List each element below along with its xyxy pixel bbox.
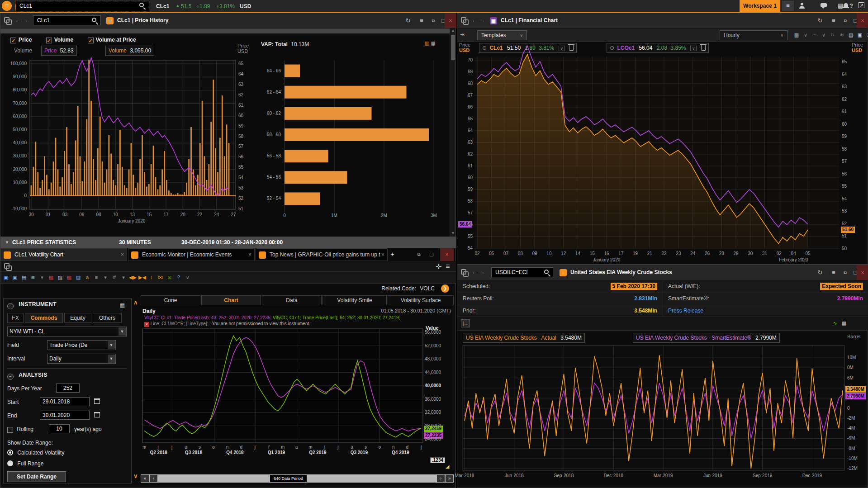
- axis-tick: 21: [645, 251, 654, 256]
- axis-tick: 6M: [847, 375, 865, 380]
- user-icon[interactable]: [799, 3, 805, 9]
- axis-tick: f: [267, 445, 270, 450]
- axis-tick: 57: [238, 144, 247, 149]
- axis-tick: -6M: [847, 436, 865, 441]
- axis-tick: 70: [461, 57, 473, 62]
- quote-up-arrow-icon: ▲: [175, 3, 180, 8]
- axis-tick: 63: [842, 84, 853, 89]
- apps-rack-icon[interactable]: ▤: [838, 2, 843, 9]
- popout-icon[interactable]: ↗: [859, 2, 864, 8]
- axis-tick: 10M: [847, 355, 865, 360]
- axis-tick: 58: [842, 147, 853, 152]
- axis-tick: -4M: [847, 426, 865, 431]
- quote-pct: +3.81%: [216, 3, 235, 9]
- search-icon[interactable]: [139, 3, 144, 7]
- price-statistics-bar[interactable]: ▼ CLc1 PRICE STATISTICS 30 MINUTES 30-DE…: [0, 237, 456, 248]
- axis-tick: 19: [631, 251, 640, 256]
- axis-tick: 59: [238, 123, 247, 128]
- workspace-menu-button[interactable]: ≡: [782, 1, 794, 11]
- axis-tick: 32,0000: [425, 410, 446, 415]
- chat-icon[interactable]: [821, 3, 827, 9]
- axis-tick: 54 - 56: [252, 175, 281, 180]
- axis-tick: 60,000: [3, 114, 27, 119]
- axis-tick: s: [198, 445, 201, 450]
- axis-tick: 16: [602, 251, 611, 256]
- axis-tick: 0: [280, 213, 289, 218]
- axis-tick: s: [364, 445, 368, 450]
- axis-tick: 68: [461, 81, 473, 86]
- collapse-triangle-icon[interactable]: ▼: [5, 237, 9, 248]
- axis-tick: m: [281, 445, 285, 450]
- help-icon[interactable]: ?: [849, 2, 853, 9]
- workspace-tab[interactable]: Workspace 1: [740, 0, 780, 12]
- axis-tick: 31: [760, 251, 769, 256]
- axis-tick: 53: [842, 208, 853, 213]
- axis-tick: Q3 2018: [178, 450, 209, 455]
- axis-tick: 50: [842, 246, 853, 251]
- axis-tick: 63: [238, 82, 247, 87]
- app-root: ≡ CLc1 CLc1 ▲ 51.5 +1.89 +3.81% USD Work…: [0, 0, 868, 488]
- axis-tick: 100,000: [3, 61, 27, 66]
- axis-tick: 20: [178, 212, 187, 217]
- axis-tick: 56: [238, 154, 247, 159]
- financial-chart-panel: ← → ▦ CLc1 | Financial Chart ↻ ≡ ⧉ □ × ⇥…: [457, 13, 868, 265]
- axis-tick: 07: [502, 251, 511, 256]
- axis-tick: 22: [195, 212, 204, 217]
- axis-tick: January 2020: [104, 218, 159, 223]
- global-search-input[interactable]: CLc1: [15, 1, 149, 11]
- axis-tick: 58 - 60: [252, 132, 281, 137]
- axis-tick: 14: [573, 251, 582, 256]
- axis-tick: 10,000: [3, 180, 27, 185]
- axis-tick: -10,000: [3, 206, 27, 211]
- axis-tick: a: [295, 445, 299, 450]
- axis-tick: m: [142, 445, 146, 450]
- axis-tick: 3M: [429, 213, 438, 218]
- axis-tick: 59: [461, 187, 473, 192]
- axis-tick: 08: [516, 251, 525, 256]
- axis-tick: j: [323, 445, 326, 450]
- axis-tick: Q4 2018: [219, 450, 251, 455]
- quote-symbol: CLc1: [156, 3, 169, 9]
- axis-tick: 60 - 62: [252, 111, 281, 116]
- price-history-panel: ← → CLc1 ≡ CLc1 | Price History ↻ ≡ ⧉ □ …: [0, 13, 456, 248]
- axis-tick: 52: [842, 221, 853, 226]
- axis-tick: 12: [559, 251, 568, 256]
- axis-tick: j: [336, 445, 340, 450]
- axis-tick: 60: [842, 122, 853, 127]
- volatility-panel: CLc1 Volatility Chart × Economic Monitor…: [0, 248, 456, 488]
- bell-icon[interactable]: [843, 3, 849, 9]
- axis-tick: 60: [461, 175, 473, 180]
- axis-tick: 20,000: [3, 167, 27, 172]
- axis-tick: Dec-2018: [600, 473, 627, 478]
- axis-tick: j: [157, 445, 160, 450]
- axis-tick: 61: [238, 103, 247, 108]
- axis-tick: 02: [774, 251, 783, 256]
- eikon-logo[interactable]: ≡: [2, 1, 12, 11]
- top-app-bar: ≡ CLc1 CLc1 ▲ 51.5 +1.89 +3.81% USD Work…: [0, 0, 868, 13]
- axis-tick: 05: [487, 251, 496, 256]
- axis-tick: 17: [617, 251, 626, 256]
- axis-tick: 64: [842, 72, 853, 77]
- axis-tick: o: [378, 445, 381, 450]
- axis-tick: a: [184, 445, 188, 450]
- axis-tick: 48,0000: [425, 356, 446, 361]
- axis-tick: 05: [803, 251, 812, 256]
- axis-tick: 24: [212, 212, 221, 217]
- axis-tick: 29: [731, 251, 740, 256]
- axis-tick: 57: [461, 210, 473, 215]
- axis-tick: 65: [461, 116, 473, 121]
- axis-tick: a: [350, 445, 354, 450]
- axis-tick: 54: [842, 196, 853, 201]
- axis-tick: -2M: [847, 416, 865, 421]
- axis-tick: 58: [238, 134, 247, 139]
- axis-tick: Sep-2018: [550, 473, 578, 478]
- axis-tick: Sep-2019: [749, 473, 776, 478]
- axis-tick: 55: [238, 165, 247, 170]
- axis-tick: 0: [847, 406, 865, 411]
- axis-tick: 54: [461, 246, 473, 251]
- axis-tick: 64: [461, 128, 473, 133]
- axis-tick: 55: [461, 234, 473, 239]
- axis-tick: 66: [461, 104, 473, 109]
- axis-tick: 08: [94, 212, 103, 217]
- axis-tick: 24: [688, 251, 697, 256]
